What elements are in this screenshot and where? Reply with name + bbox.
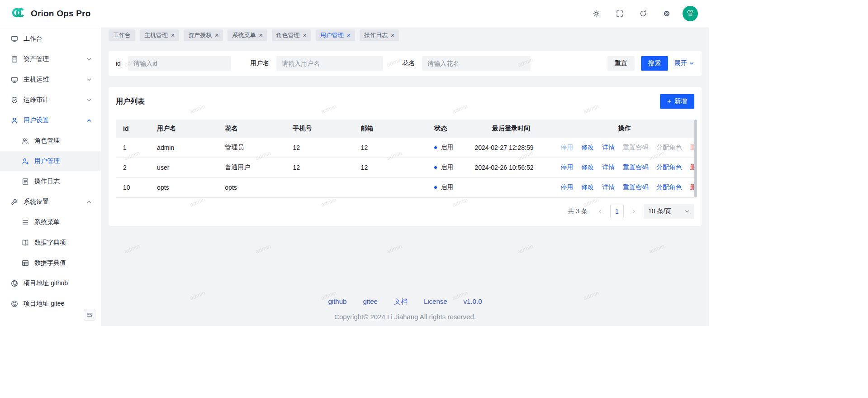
- tab-close-icon[interactable]: ×: [259, 32, 262, 38]
- system-icon: [11, 198, 18, 206]
- search-input-nickname[interactable]: [422, 56, 531, 71]
- copyright: Copyright© 2024 Li Jiahang All rights re…: [109, 313, 702, 321]
- search-fields: id用户名花名: [116, 56, 550, 71]
- delete-action[interactable]: 删除: [690, 183, 694, 191]
- cell-nickname: opts: [218, 177, 285, 197]
- search-button[interactable]: 搜索: [641, 56, 668, 71]
- table-body: 1admin管理员1212启用2024-02-27 12:28:59停用修改详情…: [116, 138, 694, 197]
- footer-link-1[interactable]: gitee: [363, 297, 378, 306]
- sidebar-item-label: 主机运维: [24, 76, 49, 84]
- edit-action[interactable]: 修改: [581, 163, 594, 171]
- sidebar-item-workbench[interactable]: 工作台: [0, 29, 101, 49]
- chevron-up-icon: [86, 118, 92, 123]
- sidebar-item-user-settings[interactable]: 用户设置: [0, 110, 101, 130]
- footer-link-0[interactable]: github: [328, 297, 347, 306]
- assign-role-action[interactable]: 分配角色: [656, 144, 682, 151]
- search-actions: 重置 搜索 展开: [607, 56, 694, 71]
- fullscreen-icon: [616, 10, 623, 17]
- sidebar-item-ops-audit[interactable]: 运维审计: [0, 90, 101, 110]
- footer-link-2[interactable]: 文档: [394, 297, 408, 306]
- edit-action[interactable]: 修改: [581, 144, 594, 151]
- sidebar-item-system-settings[interactable]: 系统设置: [0, 192, 101, 212]
- workbench-icon: [11, 35, 18, 43]
- reset-password-action[interactable]: 重置密码: [623, 163, 648, 171]
- sidebar-item-label: 系统菜单: [34, 218, 60, 226]
- chevron-down-icon: [684, 209, 690, 214]
- user-avatar[interactable]: 管: [683, 6, 698, 21]
- cell-status: 启用: [427, 138, 467, 158]
- search-input-username[interactable]: [276, 56, 383, 71]
- sidebar-item-role-management[interactable]: 角色管理: [0, 131, 101, 151]
- reset-password-action[interactable]: 重置密码: [623, 183, 648, 191]
- sidebar-item-dict-value[interactable]: 数据字典值: [0, 253, 101, 273]
- cell-actions: 停用修改详情重置密码分配角色删除: [555, 158, 694, 177]
- github-icon: [11, 280, 18, 287]
- tab-workbench[interactable]: 工作台: [109, 29, 135, 41]
- assign-role-action[interactable]: 分配角色: [656, 163, 682, 171]
- tab-close-icon[interactable]: ×: [347, 32, 351, 38]
- tab-close-icon[interactable]: ×: [171, 32, 175, 38]
- footer-link-4[interactable]: v1.0.0: [464, 297, 482, 306]
- table-scrollbar[interactable]: [694, 120, 697, 197]
- sidebar-item-asset-management[interactable]: 资产管理: [0, 49, 101, 69]
- pagination-total: 共 3 条: [568, 207, 588, 216]
- sidebar-item-operation-log[interactable]: 操作日志: [0, 172, 101, 192]
- fullscreen-button[interactable]: [612, 6, 627, 21]
- tab-system-menu[interactable]: 系统菜单×: [228, 29, 267, 41]
- pagination-next-button[interactable]: [628, 206, 639, 217]
- app-window: Orion Ops Pro 管 工作台资产管理主机运维运维审计用户设置角色管理用…: [0, 0, 709, 326]
- cell-nickname: 管理员: [218, 138, 285, 158]
- sidebar-item-user-management[interactable]: 用户管理: [0, 151, 101, 171]
- search-field-id: id: [116, 56, 231, 71]
- search-input-id[interactable]: [128, 56, 231, 71]
- cell-status: 启用: [427, 158, 467, 177]
- tab-role-management[interactable]: 角色管理×: [272, 29, 311, 41]
- assets-icon: [11, 56, 18, 63]
- delete-action[interactable]: 删除: [690, 163, 694, 171]
- tab-close-icon[interactable]: ×: [215, 32, 218, 38]
- search-field-nickname: 花名: [402, 56, 531, 71]
- tab-operation-log[interactable]: 操作日志×: [360, 29, 399, 41]
- reset-password-action[interactable]: 重置密码: [623, 144, 648, 151]
- sidebar-item-system-menu[interactable]: 系统菜单: [0, 212, 101, 232]
- expand-button[interactable]: 展开: [674, 59, 694, 67]
- pagination-prev-button[interactable]: [595, 206, 606, 217]
- tab-host-management[interactable]: 主机管理×: [140, 29, 179, 41]
- tab-label: 工作台: [113, 31, 131, 39]
- pagination-page-1[interactable]: 1: [610, 205, 624, 218]
- settings-icon: [663, 10, 670, 17]
- theme-button[interactable]: [588, 6, 604, 21]
- sidebar-item-dict-item[interactable]: 数据字典项: [0, 233, 101, 253]
- disable-action[interactable]: 停用: [560, 144, 573, 151]
- tab-close-icon[interactable]: ×: [303, 32, 307, 38]
- page-size-select[interactable]: 10 条/页: [644, 204, 694, 219]
- tab-asset-auth[interactable]: 资产授权×: [184, 29, 223, 41]
- field-label: 花名: [402, 59, 415, 67]
- tab-close-icon[interactable]: ×: [391, 32, 394, 38]
- sidebar-item-label: 用户设置: [24, 116, 49, 125]
- sidebar-item-host-ops[interactable]: 主机运维: [0, 70, 101, 90]
- reset-button[interactable]: 重置: [607, 56, 635, 71]
- table-header-row: id用户名花名手机号邮箱状态最后登录时间操作: [116, 120, 694, 138]
- detail-action[interactable]: 详情: [602, 163, 615, 171]
- sidebar-item-project-github[interactable]: 项目地址 github: [0, 273, 101, 293]
- sidebar-item-label: 操作日志: [34, 177, 60, 186]
- chevron-down-icon: [86, 77, 92, 82]
- chevron-left-icon: [598, 209, 603, 214]
- disable-action[interactable]: 停用: [560, 163, 573, 171]
- disable-action[interactable]: 停用: [560, 183, 573, 191]
- refresh-button[interactable]: [636, 6, 651, 21]
- detail-action[interactable]: 详情: [602, 144, 615, 151]
- main-area: 工作台主机管理×资产授权×系统菜单×角色管理×用户管理×操作日志× id用户名花…: [101, 27, 709, 326]
- detail-action[interactable]: 详情: [602, 183, 615, 191]
- footer-link-3[interactable]: License: [424, 297, 447, 306]
- chevron-right-icon: [631, 209, 636, 214]
- delete-action[interactable]: 删除: [690, 144, 694, 151]
- edit-action[interactable]: 修改: [581, 183, 594, 191]
- sidebar-collapse-button[interactable]: [84, 309, 95, 321]
- sidebar-item-label: 资产管理: [24, 55, 49, 63]
- tab-user-management[interactable]: 用户管理×: [316, 29, 355, 41]
- add-user-button[interactable]: + 新增: [660, 94, 694, 109]
- assign-role-action[interactable]: 分配角色: [656, 183, 682, 191]
- settings-button[interactable]: [659, 6, 674, 21]
